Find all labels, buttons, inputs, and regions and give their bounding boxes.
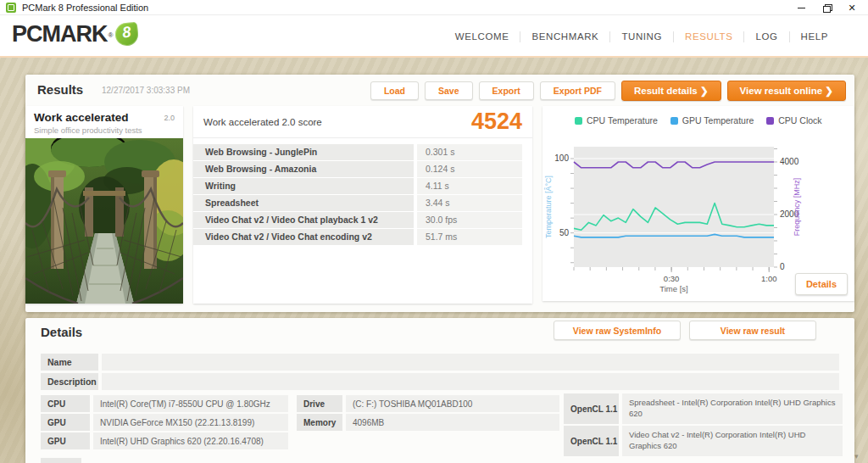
spec-label: Drive [297,395,342,412]
spec-column-cpu-gpu: CPUIntel(R) Core(TM) i7-8550U CPU @ 1.80… [41,395,288,451]
score-row-label: Video Chat v2 / Video Chat encoding v2 [193,229,414,245]
score-row-value: 4.11 s [417,178,522,194]
left-axis-label: Temperature [Â°C] [544,176,553,238]
restore-icon[interactable] [814,0,839,15]
spec-label: OpenCL 1.1 [564,426,619,456]
score-row-value: 30.0 fps [417,212,522,228]
score-row-label: Web Browsing - JunglePin [193,144,414,160]
app-icon [6,3,16,13]
nav-item-log[interactable]: LOG [744,31,788,42]
details-toolbar: View raw SystemInfo View raw result [554,321,816,340]
legend-label: GPU Temperature [682,115,754,126]
view-result-online-button[interactable]: View result online ❯ [727,81,846,101]
score-table: Web Browsing - JunglePin0.301 sWeb Brows… [193,144,522,246]
results-title: Results [37,82,83,97]
score-row: Video Chat v2 / Video Chat encoding v251… [193,229,522,245]
spec-value: Intel(R) UHD Graphics 620 (22.20.16.4708… [93,432,288,449]
spec-row: OpenCL 1.1Video Chat v2 - Intel(R) Corpo… [564,426,843,456]
window-titlebar: PCMark 8 Professional Edition ✕ [0,0,868,15]
score-value: 4524 [471,109,522,135]
spec-value: 4096MB [346,414,559,431]
score-row: Web Browsing - JunglePin0.301 s [193,144,522,160]
legend-swatch-icon [766,117,774,125]
pcmark-logo: PCMARK ® 8 [12,21,138,47]
test-version: 2.0 [164,114,175,122]
load-button[interactable]: Load [370,81,419,100]
export-button[interactable]: Export [479,81,534,100]
spec-label: CPU [41,395,90,412]
spec-label: GPU [41,414,90,431]
logo-leaf-icon: 8 [114,22,140,47]
legend-swatch-icon [575,117,582,125]
save-button[interactable]: Save [425,81,473,100]
score-row-label: Spreadsheet [193,195,414,211]
nav-item-results[interactable]: RESULTS [674,31,743,42]
score-panel: Work accelerated 2.0 score 4524 Web Brow… [193,106,532,304]
details-card: Details View raw SystemInfo View raw res… [25,318,854,463]
legend-label: CPU Clock [778,115,821,126]
score-row: Web Browsing - Amazonia0.124 s [193,161,522,177]
spec-column-opencl: OpenCL 1.1Spreadsheet - Intel(R) Corpora… [564,393,843,458]
chart-details-button[interactable]: Details [795,273,848,295]
main-nav: WELCOMEBENCHMARKTUNINGRESULTSLOGHELP [444,15,839,58]
spec-value: Spreadsheet - Intel(R) Corporation Intel… [622,393,843,424]
score-row-label: Web Browsing - Amazonia [193,161,414,177]
score-title: Work accelerated 2.0 score [203,106,322,138]
svg-text:50: 50 [559,228,570,237]
window-title: PCMark 8 Professional Edition [22,0,148,15]
spec-row: GPUNVIDIA GeForce MX150 (22.21.13.8199) [41,414,288,431]
results-timestamp: 12/27/2017 3:03:33 PM [102,86,190,95]
field-value [102,373,839,390]
scroll-down-icon[interactable]: ▾ [854,452,859,460]
score-row-label: Writing [193,178,414,194]
x-axis-label: Time [s] [659,284,687,293]
test-subtitle: Simple office productivity tests [34,126,142,135]
nav-item-welcome[interactable]: WELCOME [444,31,520,42]
export-pdf-button[interactable]: Export PDF [540,81,615,100]
field-row-name: Name [41,354,839,371]
field-label: Name [41,354,98,371]
score-row-value: 0.124 s [417,161,522,177]
results-toolbar: Load Save Export Export PDF Result detai… [370,81,846,101]
spec-label: GPU [41,432,90,449]
spec-value: (C: F:) TOSHIBA MQ01ABD100 [346,395,559,412]
legend-label: CPU Temperature [587,115,658,126]
close-icon[interactable]: ✕ [839,0,865,15]
details-title: Details [41,325,82,339]
legend-item: CPU Clock [766,115,821,126]
spec-row: Drive(C: F:) TOSHIBA MQ01ABD100 [297,395,559,412]
logo-registered-mark: ® [108,31,114,39]
legend-swatch-icon [670,117,678,125]
score-row: Video Chat v2 / Video Chat playback 1 v2… [193,212,522,228]
results-card: Results 12/27/2017 3:03:33 PM Load Save … [25,75,854,312]
chart-panel: CPU TemperatureGPU TemperatureCPU Clock … [542,106,854,301]
logo-text: PCMARK [12,21,108,47]
spec-value: Video Chat v2 - Intel(R) Corporation Int… [622,426,843,456]
spec-row: OpenCL 1.1Spreadsheet - Intel(R) Corpora… [564,393,843,424]
nav-item-benchmark[interactable]: BENCHMARK [520,31,609,42]
spec-value: NVIDIA GeForce MX150 (22.21.13.8199) [93,414,288,431]
svg-text:4000: 4000 [780,157,799,166]
view-raw-systeminfo-button[interactable]: View raw SystemInfo [554,321,681,340]
field-value [102,354,839,371]
svg-text:1:00: 1:00 [761,274,777,283]
score-header: Work accelerated 2.0 score 4524 [193,106,532,138]
right-axis-label: Frequency [MHz] [793,178,801,237]
nav-item-help[interactable]: HELP [790,31,839,42]
test-name: Work accelerated [34,111,129,124]
svg-text:0: 0 [780,262,785,271]
partial-row [41,458,81,463]
minimize-icon[interactable] [788,0,814,15]
legend-item: GPU Temperature [670,115,754,126]
nav-item-tuning[interactable]: TUNING [610,31,673,42]
field-row-description: Description [41,373,839,390]
spec-label: Memory [297,414,342,431]
score-row-value: 51.7 ms [417,229,522,245]
chart-legend: CPU TemperatureGPU TemperatureCPU Clock [575,115,822,126]
view-raw-result-button[interactable]: View raw result [689,321,816,340]
spec-label: OpenCL 1.1 [564,393,619,424]
svg-text:100: 100 [554,153,569,163]
spec-column-drive-memory: Drive(C: F:) TOSHIBA MQ01ABD100Memory409… [297,395,559,432]
result-details-button[interactable]: Result details ❯ [621,81,721,101]
spec-row: CPUIntel(R) Core(TM) i7-8550U CPU @ 1.80… [41,395,288,412]
